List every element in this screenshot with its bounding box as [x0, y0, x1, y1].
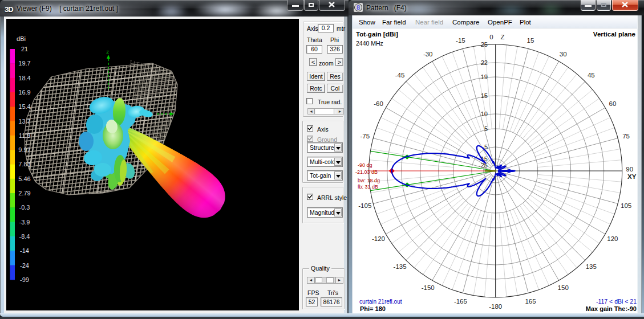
svg-text:5.46: 5.46 — [18, 175, 30, 182]
svg-text:-165: -165 — [454, 298, 467, 305]
svg-text:z: z — [106, 50, 109, 55]
svg-text:19: 19 — [481, 73, 488, 80]
svg-text:XY: XY — [627, 173, 637, 180]
svg-text:Vertical plane: Vertical plane — [593, 31, 635, 38]
svg-text:-120: -120 — [372, 235, 385, 242]
svg-text:21: 21 — [21, 46, 28, 52]
svg-text:bw: 18 dg: bw: 18 dg — [358, 178, 380, 183]
svg-text:25: 25 — [481, 41, 488, 48]
svg-text:150: 150 — [558, 284, 569, 291]
svg-text:-135: -135 — [394, 263, 407, 270]
svg-text:Phi= 180: Phi= 180 — [360, 305, 386, 312]
svg-text:2.79: 2.79 — [18, 190, 30, 197]
svg-text:-8.4: -8.4 — [19, 233, 30, 240]
svg-text:-45: -45 — [395, 72, 405, 79]
svg-text:dBi: dBi — [17, 35, 26, 42]
svg-text:120: 120 — [607, 235, 618, 242]
svg-text:90: 90 — [626, 166, 633, 173]
svg-text:0: 0 — [489, 34, 493, 40]
svg-text:-75: -75 — [360, 133, 370, 140]
svg-text:30: 30 — [560, 51, 567, 58]
svg-text:10: 10 — [481, 111, 488, 117]
svg-text:-3.9: -3.9 — [19, 219, 30, 226]
svg-text:Tot-gain [dBi]: Tot-gain [dBi] — [356, 31, 398, 38]
svg-text:-117 < dBi < 21: -117 < dBi < 21 — [596, 298, 637, 305]
svg-text:5: 5 — [484, 125, 488, 132]
svg-text:-99: -99 — [20, 276, 29, 283]
svg-text:105: 105 — [621, 202, 631, 209]
svg-text:60: 60 — [609, 100, 617, 107]
svg-text:-60: -60 — [374, 100, 383, 107]
svg-text:8: 8 — [357, 4, 360, 11]
svg-text:-180: -180 — [489, 303, 502, 310]
svg-text:18.4: 18.4 — [18, 75, 30, 81]
svg-text:13.7: 13.7 — [18, 118, 30, 125]
svg-text:fb: 31 dB: fb: 31 dB — [358, 184, 378, 190]
svg-text:-105: -105 — [358, 202, 371, 209]
svg-text:16.9: 16.9 — [18, 89, 30, 96]
svg-text:15: 15 — [527, 37, 534, 44]
svg-text:15: 15 — [481, 92, 488, 99]
svg-text:7.83: 7.83 — [18, 161, 30, 167]
svg-text:135: 135 — [586, 263, 597, 270]
svg-text:11.9: 11.9 — [19, 132, 31, 139]
svg-text:curtain 21refl.out: curtain 21refl.out — [359, 298, 402, 305]
svg-text:75: 75 — [622, 133, 630, 140]
svg-text:-0.3: -0.3 — [19, 204, 30, 211]
svg-text:2440 MHz: 2440 MHz — [356, 40, 383, 47]
svg-text:-150: -150 — [422, 284, 435, 291]
svg-text:165: 165 — [525, 298, 536, 305]
svg-text:Max gain The:-90: Max gain The:-90 — [586, 305, 637, 312]
svg-text:-24: -24 — [20, 262, 29, 269]
svg-text:-15: -15 — [456, 37, 465, 44]
svg-text:-90 dg: -90 dg — [358, 162, 372, 168]
svg-text:-30: -30 — [423, 51, 433, 58]
svg-text:-21.03 dB: -21.03 dB — [355, 169, 378, 175]
svg-text:9.97: 9.97 — [18, 146, 30, 153]
svg-text:45: 45 — [588, 72, 595, 79]
svg-text:19.7: 19.7 — [18, 60, 30, 67]
svg-text:-14: -14 — [20, 247, 29, 254]
svg-text:22: 22 — [481, 59, 488, 66]
svg-text:15.4: 15.4 — [18, 103, 30, 110]
svg-text:Z: Z — [500, 34, 504, 40]
svg-text:-25: -25 — [479, 162, 488, 169]
